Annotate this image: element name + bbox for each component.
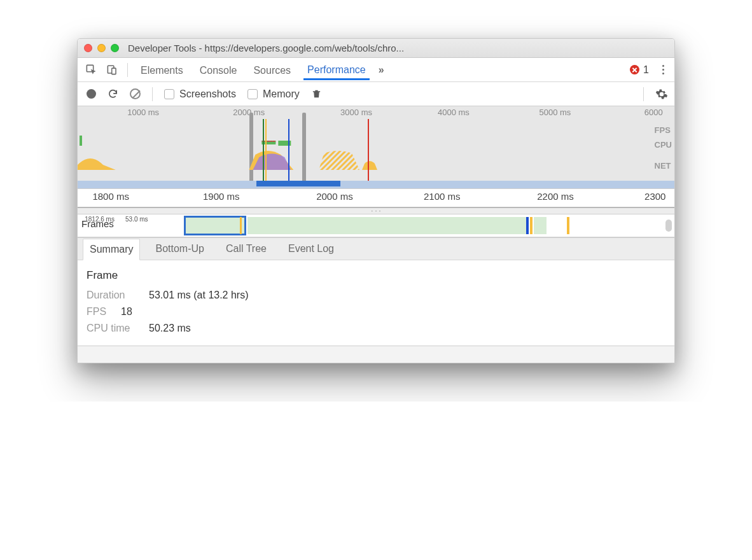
range-handle-right[interactable] [302, 113, 306, 182]
devtools-tab-bar: Elements Console Sources Performance » 1 [78, 58, 674, 82]
timeline-overview[interactable]: 1000 ms 2000 ms 3000 ms 4000 ms 5000 ms … [78, 106, 674, 189]
detail-tab-bar: Summary Bottom-Up Call Tree Event Log [78, 237, 674, 260]
checkbox-icon [164, 89, 174, 99]
ov-tick: 1000 ms [127, 108, 159, 117]
detail-key: CPU time [87, 323, 140, 334]
detail-row: FPS 18 [87, 306, 665, 318]
ov-tick: 3000 ms [340, 108, 372, 117]
minimize-window-button[interactable] [97, 44, 106, 52]
memory-checkbox[interactable]: Memory [247, 88, 300, 100]
screenshots-label: Screenshots [179, 88, 236, 100]
screenshots-checkbox[interactable]: Screenshots [164, 88, 236, 100]
separator [643, 87, 644, 101]
record-button[interactable] [87, 89, 96, 99]
frame-chip [567, 217, 569, 234]
ov-tick: 4000 ms [438, 108, 470, 117]
frame-time-label: 1812.6 ms [85, 216, 115, 223]
inspect-element-icon[interactable] [85, 64, 97, 76]
vertical-scrollbar-thumb[interactable] [665, 220, 672, 232]
garbage-collect-button[interactable] [311, 88, 322, 99]
toggle-device-toolbar-icon[interactable] [106, 64, 118, 76]
detail-value: 53.01 ms (at 13.2 hrs) [149, 290, 249, 301]
overview-net-lane [78, 181, 674, 188]
more-tabs-button[interactable]: » [379, 64, 384, 76]
tab-bottom-up[interactable]: Bottom-Up [149, 238, 210, 260]
svg-rect-3 [80, 136, 82, 146]
frames-row[interactable]: Frames 1812.6 ms 53.0 ms 250.2 ms [78, 214, 674, 237]
detail-row: Duration 53.01 ms (at 13.2 hrs) [87, 290, 665, 301]
tab-call-tree[interactable]: Call Tree [219, 238, 273, 260]
separator [127, 63, 128, 77]
clear-button[interactable] [130, 88, 141, 99]
tab-summary[interactable]: Summary [83, 239, 140, 260]
tab-performance[interactable]: Performance [303, 59, 370, 80]
ov-tick: 6000 [644, 108, 663, 117]
traffic-lights [84, 44, 119, 52]
devtools-window: Developer Tools - https://developers.goo… [77, 38, 675, 363]
svg-rect-2 [112, 68, 116, 74]
tab-console[interactable]: Console [196, 60, 241, 80]
frame-time-label: 53.0 ms [125, 216, 148, 223]
detail-value: 50.23 ms [149, 323, 191, 334]
overview-lane-labels: FPS CPU NET [655, 125, 672, 171]
selected-frame[interactable] [184, 216, 246, 235]
ruler-tick: 1900 ms [203, 191, 240, 202]
devtools-menu-button[interactable] [658, 65, 668, 74]
footer-bar [78, 346, 674, 363]
checkbox-icon [247, 89, 258, 99]
fps-label: FPS [655, 125, 672, 135]
detail-value: 18 [121, 306, 132, 318]
ruler-tick: 2200 ms [537, 191, 574, 202]
range-handle-left[interactable] [249, 113, 253, 182]
error-icon [630, 65, 639, 74]
separator [152, 87, 153, 101]
marker-line [265, 119, 267, 182]
window-titlebar: Developer Tools - https://developers.goo… [78, 39, 674, 58]
detail-key: Duration [87, 290, 140, 301]
marker-line [368, 119, 369, 182]
ruler-tick: 2000 ms [316, 191, 353, 202]
zoom-window-button[interactable] [111, 44, 119, 52]
tab-event-log[interactable]: Event Log [282, 238, 340, 260]
frame-block[interactable] [534, 217, 547, 234]
overview-cpu-lane [78, 148, 674, 170]
memory-label: Memory [263, 88, 300, 100]
performance-toolbar: Screenshots Memory [78, 82, 674, 106]
close-window-button[interactable] [84, 44, 92, 52]
detail-title: Frame [87, 269, 665, 282]
overview-fps-lane [78, 125, 674, 147]
cpu-label: CPU [655, 140, 672, 150]
window-title: Developer Tools - https://developers.goo… [128, 43, 404, 53]
detail-key: FPS [87, 306, 112, 318]
tab-sources[interactable]: Sources [249, 60, 295, 80]
row-resize-handle[interactable]: · · · [78, 208, 674, 214]
detail-ruler[interactable]: 1800 ms 1900 ms 2000 ms 2100 ms 2200 ms … [78, 189, 674, 208]
ov-tick: 5000 ms [539, 108, 571, 117]
frame-block[interactable] [247, 217, 527, 234]
capture-settings-button[interactable] [655, 88, 668, 101]
reload-profile-button[interactable] [108, 88, 118, 99]
net-label: NET [655, 161, 672, 171]
frame-chip [530, 217, 533, 234]
marker-line [288, 119, 289, 182]
ruler-tick: 2300 [644, 191, 665, 202]
tab-elements[interactable]: Elements [137, 60, 187, 80]
ruler-tick: 1800 ms [92, 191, 129, 202]
frame-chip [240, 217, 242, 234]
ruler-tick: 2100 ms [424, 191, 461, 202]
marker-line [263, 119, 264, 182]
error-count-badge[interactable]: 1 [630, 64, 649, 76]
detail-row: CPU time 50.23 ms [87, 323, 665, 334]
summary-pane: Frame Duration 53.01 ms (at 13.2 hrs) FP… [78, 260, 674, 346]
overview-ticks: 1000 ms 2000 ms 3000 ms 4000 ms 5000 ms … [78, 106, 674, 120]
error-count: 1 [643, 64, 649, 76]
